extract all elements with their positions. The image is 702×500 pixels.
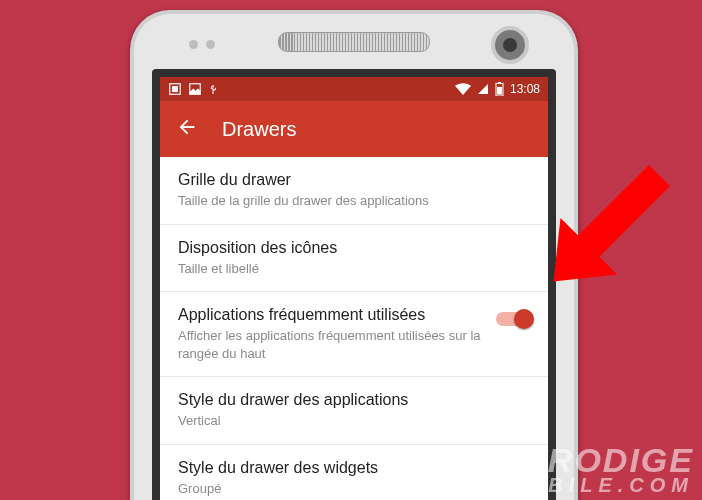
item-title: Style du drawer des applications (178, 391, 530, 409)
earpiece-speaker (278, 32, 430, 52)
item-style-drawer-apps[interactable]: Style du drawer des applications Vertica… (160, 377, 548, 445)
item-subtitle: Taille et libellé (178, 260, 530, 278)
watermark: PRODIGE MOBILE.COM (504, 445, 694, 494)
status-time: 13:08 (510, 82, 540, 96)
screenshot-icon (168, 82, 182, 96)
watermark-line2: MOBILE.COM (504, 476, 694, 494)
wifi-icon (455, 83, 471, 95)
svg-rect-1 (172, 86, 178, 92)
item-apps-frequentes[interactable]: Applications fréquemment utilisées Affic… (160, 292, 548, 377)
back-button[interactable] (176, 116, 198, 142)
item-subtitle: Afficher les applications fréquemment ut… (178, 327, 488, 362)
screen-bezel: 13:08 Drawers Grille du drawer Taille de… (152, 69, 556, 500)
item-style-drawer-widgets[interactable]: Style du drawer des widgets Groupé (160, 445, 548, 500)
svg-rect-4 (498, 82, 501, 83)
toggle-knob (514, 309, 534, 329)
item-title: Applications fréquemment utilisées (178, 306, 488, 324)
item-subtitle: Vertical (178, 412, 530, 430)
settings-list: Grille du drawer Taille de la grille du … (160, 157, 548, 500)
signal-icon (477, 83, 489, 95)
screen: 13:08 Drawers Grille du drawer Taille de… (160, 77, 548, 500)
battery-icon (495, 82, 504, 96)
app-bar: Drawers (160, 101, 548, 157)
phone-top (134, 14, 574, 69)
item-grille-drawer[interactable]: Grille du drawer Taille de la grille du … (160, 157, 548, 225)
front-camera (491, 26, 529, 64)
usb-icon (208, 82, 218, 96)
page-title: Drawers (222, 118, 296, 141)
item-title: Disposition des icônes (178, 239, 530, 257)
svg-rect-5 (497, 87, 502, 95)
item-title: Style du drawer des widgets (178, 459, 530, 477)
watermark-line1: PRODIGE (504, 445, 694, 476)
item-subtitle: Taille de la grille du drawer des applic… (178, 192, 530, 210)
phone-frame: 13:08 Drawers Grille du drawer Taille de… (130, 10, 578, 500)
item-title: Grille du drawer (178, 171, 530, 189)
item-disposition-icones[interactable]: Disposition des icônes Taille et libellé (160, 225, 548, 293)
sensor-dots (189, 40, 215, 49)
status-bar: 13:08 (160, 77, 548, 101)
item-subtitle: Groupé (178, 480, 530, 498)
image-icon (188, 82, 202, 96)
toggle-apps-frequentes[interactable] (496, 312, 530, 326)
